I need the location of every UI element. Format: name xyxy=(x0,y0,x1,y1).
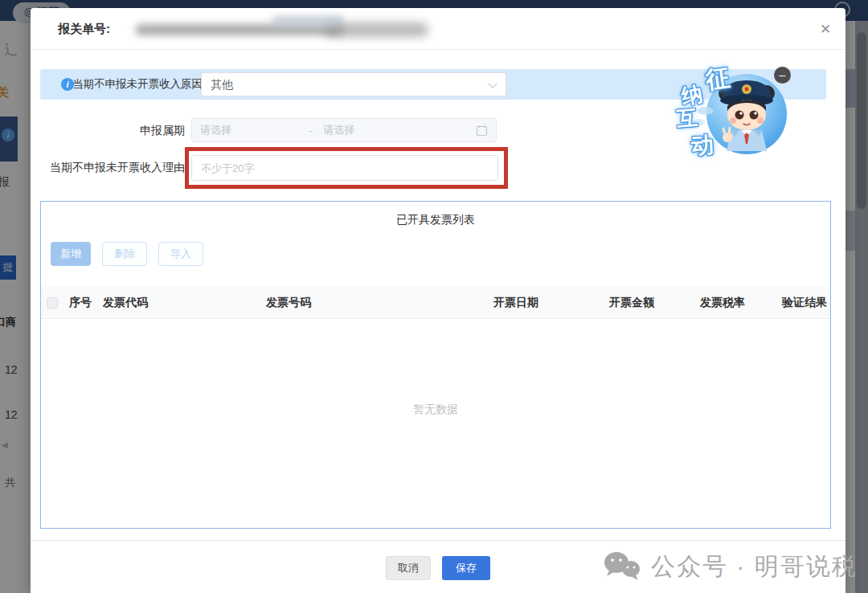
watermark-text: 公众号 · 明哥说税 xyxy=(651,550,858,583)
dialog-title: 报关单号: xyxy=(58,22,110,37)
invoice-table-header: 序号 发票代码 发票号码 开票日期 开票金额 发票税率 验证结果 xyxy=(41,287,830,319)
column-header: 开票日期 xyxy=(443,296,550,310)
screen: ◎ 江苏 辶 关 i 报 提 口商 12 12 ◀ 共 报关单号: ✕ i 当期… xyxy=(0,0,868,593)
watermark: 公众号 · 明哥说税 xyxy=(601,550,858,583)
reason-select-label: 当期不申报未开票收入原因 xyxy=(72,69,194,100)
mascot-char: 互 xyxy=(676,104,699,133)
redacted-declaration-number xyxy=(135,14,424,47)
mascot-char: 征 xyxy=(703,61,731,97)
invoice-toolbar: 新增 删除 导入 xyxy=(51,242,203,266)
reason-select-value: 其他 xyxy=(211,73,233,96)
invoice-panel-title: 已开具发票列表 xyxy=(41,213,830,227)
invoice-panel: 已开具发票列表 新增 删除 导入 序号 发票代码 发票号码 开票日期 开票金额 … xyxy=(40,201,831,529)
column-header: 开票金额 xyxy=(550,296,664,310)
chevron-down-icon xyxy=(488,79,497,88)
wechat-icon xyxy=(601,550,643,583)
reason-input[interactable] xyxy=(191,155,498,181)
collapse-mascot-button[interactable]: – xyxy=(774,67,791,84)
dialog-header: 报关单号: ✕ xyxy=(31,8,845,50)
period-separator: - xyxy=(309,125,312,137)
calendar-icon xyxy=(476,125,488,137)
period-start-placeholder: 请选择 xyxy=(200,123,231,137)
column-header: 序号 xyxy=(69,296,103,310)
import-button[interactable]: 导入 xyxy=(158,242,203,266)
column-header: 发票代码 xyxy=(103,296,266,310)
add-button[interactable]: 新增 xyxy=(51,242,91,266)
mascot-char: 动 xyxy=(690,129,714,161)
footer-divider xyxy=(31,540,845,541)
delete-button[interactable]: 删除 xyxy=(102,242,147,266)
period-range-picker[interactable]: 请选择 - 请选择 xyxy=(191,118,497,142)
column-header: 发票税率 xyxy=(664,296,751,310)
reason-select[interactable]: 其他 xyxy=(201,72,506,96)
period-end-placeholder: 请选择 xyxy=(323,123,354,137)
column-header: 发票号码 xyxy=(266,296,443,310)
column-header: 验证结果 xyxy=(751,296,830,310)
select-all-checkbox[interactable] xyxy=(47,297,58,309)
cancel-button[interactable]: 取消 xyxy=(386,556,431,580)
empty-state-text: 暂无数据 xyxy=(41,403,830,417)
close-icon[interactable]: ✕ xyxy=(815,19,836,40)
reason-input-label: 当期不申报未开票收入理由 xyxy=(47,155,185,179)
save-button[interactable]: 保存 xyxy=(442,556,490,580)
period-label: 申报属期 xyxy=(47,118,185,142)
